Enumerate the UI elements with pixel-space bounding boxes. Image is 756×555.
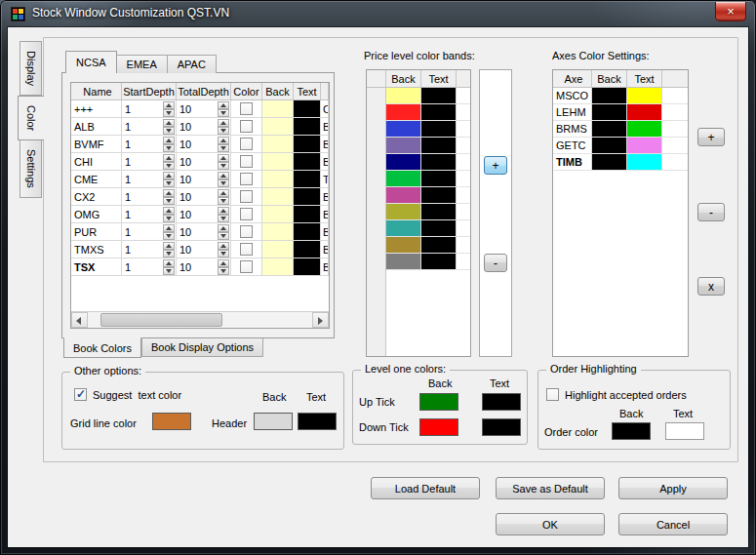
text-color-cell[interactable] <box>294 258 321 275</box>
spin-down-icon[interactable] <box>218 267 229 275</box>
table-row[interactable]: TMXS 1 10 <box>71 241 329 258</box>
total-depth-cell[interactable]: 10 <box>177 136 231 152</box>
total-depth-spinner[interactable] <box>218 189 229 205</box>
start-depth-spinner[interactable] <box>163 224 175 240</box>
start-depth-spinner[interactable] <box>163 154 175 170</box>
spin-down-icon[interactable] <box>163 144 175 152</box>
start-depth-spinner[interactable] <box>163 207 175 222</box>
remove-band-button[interactable]: - <box>484 254 507 272</box>
back-color-cell[interactable] <box>262 241 294 258</box>
save-as-default-button[interactable]: Save as Default <box>496 477 605 499</box>
spin-down-icon[interactable] <box>163 127 175 135</box>
axis-text-color[interactable] <box>627 138 662 153</box>
column-header-name[interactable]: Name <box>71 83 122 99</box>
color-checkbox[interactable] <box>240 120 253 133</box>
spin-down-icon[interactable] <box>218 144 229 152</box>
start-depth-cell[interactable]: 1 <box>122 188 177 205</box>
color-checkbox[interactable] <box>240 102 253 115</box>
apply-button[interactable]: Apply <box>618 477 728 499</box>
start-depth-cell[interactable]: 1 <box>122 153 177 170</box>
total-depth-cell[interactable]: 10 <box>177 188 231 205</box>
table-row[interactable]: CHI 1 10 <box>71 153 329 171</box>
spin-down-icon[interactable] <box>218 232 229 240</box>
add-band-button[interactable]: + <box>484 156 507 175</box>
axis-text-color[interactable] <box>627 154 662 170</box>
band-back-color[interactable] <box>386 121 421 137</box>
total-depth-cell[interactable]: 10 <box>177 171 231 187</box>
color-checkbox[interactable] <box>240 173 253 185</box>
color-checkbox[interactable] <box>240 225 253 238</box>
spin-down-icon[interactable] <box>163 267 175 275</box>
band-text-color[interactable] <box>421 237 457 253</box>
table-row[interactable]: CME 1 10 <box>71 171 329 188</box>
spin-up-icon[interactable] <box>218 137 229 144</box>
band-back-color[interactable] <box>386 254 421 269</box>
region-tab[interactable]: APAC <box>168 55 217 73</box>
spin-down-icon[interactable] <box>218 250 229 258</box>
axis-row[interactable]: GETC <box>553 138 688 154</box>
start-depth-spinner[interactable] <box>163 172 175 187</box>
spin-down-icon[interactable] <box>218 215 229 222</box>
color-checkbox[interactable] <box>240 155 253 168</box>
load-default-button[interactable]: Load Default <box>371 477 480 499</box>
side-tab[interactable]: Color <box>18 96 44 140</box>
band-text-color[interactable] <box>421 138 457 153</box>
axis-text-color[interactable] <box>627 121 662 137</box>
column-header-color[interactable]: Color <box>231 83 262 99</box>
spin-up-icon[interactable] <box>163 172 175 179</box>
band-back-color[interactable] <box>386 88 421 103</box>
band-text-color[interactable] <box>421 154 457 170</box>
spin-down-icon[interactable] <box>163 179 175 187</box>
horizontal-scrollbar[interactable] <box>71 311 329 328</box>
spin-down-icon[interactable] <box>218 162 229 170</box>
text-color-cell[interactable] <box>294 100 321 117</box>
text-color-cell[interactable] <box>294 188 321 205</box>
axis-back-color[interactable] <box>592 154 627 170</box>
color-checkbox[interactable] <box>240 260 253 273</box>
spin-up-icon[interactable] <box>218 189 229 197</box>
table-row[interactable]: BVMF 1 10 <box>71 136 329 153</box>
spin-up-icon[interactable] <box>163 101 175 109</box>
back-color-cell[interactable] <box>262 100 294 117</box>
spin-up-icon[interactable] <box>218 224 229 232</box>
spin-up-icon[interactable] <box>218 119 229 127</box>
color-checkbox[interactable] <box>240 190 253 203</box>
total-depth-cell[interactable]: 10 <box>177 206 231 222</box>
region-tab[interactable]: EMEA <box>117 55 168 73</box>
band-text-color[interactable] <box>421 104 457 120</box>
column-header-totaldepth[interactable]: TotalDepth <box>177 83 231 99</box>
spin-down-icon[interactable] <box>163 162 175 170</box>
band-back-color[interactable] <box>386 220 421 236</box>
text-color-cell[interactable] <box>294 153 321 170</box>
total-depth-spinner[interactable] <box>218 172 229 187</box>
back-color-cell[interactable] <box>262 206 294 222</box>
band-back-color[interactable] <box>386 237 421 253</box>
table-row[interactable]: +++ 1 10 <box>71 100 329 118</box>
table-row[interactable]: CX2 1 10 <box>71 188 329 206</box>
axis-row[interactable]: MSCO <box>553 88 688 104</box>
spin-up-icon[interactable] <box>163 189 175 197</box>
total-depth-spinner[interactable] <box>218 137 229 152</box>
axis-back-color[interactable] <box>592 104 627 120</box>
remove-axis-button[interactable]: - <box>697 203 725 221</box>
table-row[interactable]: PUR 1 10 <box>71 223 329 241</box>
spin-down-icon[interactable] <box>163 109 175 117</box>
text-color-cell[interactable] <box>294 136 321 152</box>
color-checkbox[interactable] <box>240 138 253 150</box>
side-tab[interactable]: Display <box>20 41 42 96</box>
color-checkbox[interactable] <box>240 208 253 220</box>
axis-row[interactable]: LEHM <box>553 104 688 121</box>
header-text-swatch[interactable] <box>298 413 337 430</box>
spin-up-icon[interactable] <box>163 259 175 267</box>
ok-button[interactable]: OK <box>496 513 605 535</box>
text-color-cell[interactable] <box>294 241 321 258</box>
tick-back-swatch[interactable] <box>419 393 458 411</box>
band-back-color[interactable] <box>386 187 421 203</box>
total-depth-cell[interactable]: 10 <box>177 223 231 240</box>
tick-text-swatch[interactable] <box>482 393 521 411</box>
book-bottom-tab[interactable]: Book Display Options <box>141 338 263 357</box>
column-header-text[interactable]: Text <box>294 83 321 99</box>
spin-up-icon[interactable] <box>163 242 175 250</box>
axis-text-color[interactable] <box>627 88 662 103</box>
back-color-cell[interactable] <box>262 153 294 170</box>
